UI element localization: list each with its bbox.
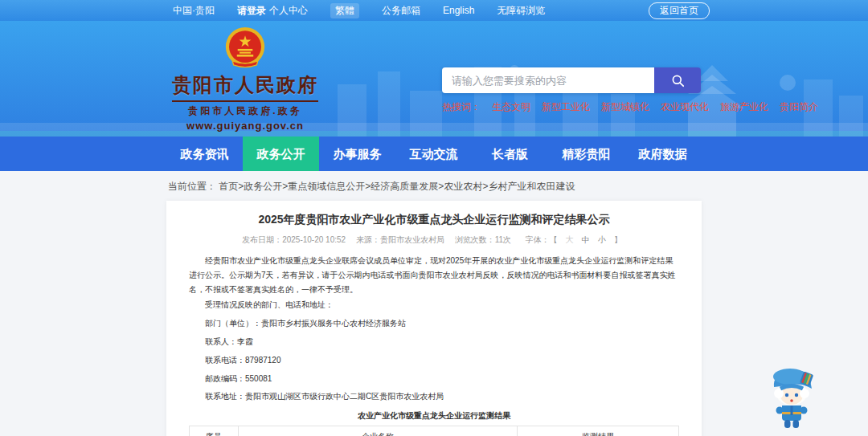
breadcrumb-path[interactable]: 首页>政务公开>重点领域信息公开>经济高质量发展>农业农村>乡村产业和农田建设 bbox=[219, 181, 575, 192]
table-header-row: 序号 企业名称 监测结果 bbox=[190, 426, 679, 436]
site-header: 贵阳市人民政府 贵阳市人民政府.政务 www.guiyang.gov.cn 热搜… bbox=[0, 21, 868, 137]
contact-department: 部门（单位）：贵阳市乡村振兴服务中心农村经济服务站 bbox=[189, 316, 679, 331]
hot-search-label: 热搜词： bbox=[442, 100, 481, 114]
hot-search-row: 热搜词： 生态文明 新型工业化 新型城镇化 农业现代化 旅游产业化 贵阳简介 bbox=[442, 100, 701, 114]
col-header-result: 监测结果 bbox=[518, 426, 679, 436]
traditional-chinese-link[interactable]: 繁體 bbox=[330, 3, 359, 18]
site-subtitle: 贵阳市人民政府.政务 bbox=[170, 104, 320, 118]
search-icon bbox=[670, 73, 686, 88]
article-paragraph: 经贵阳市农业产业化市级重点龙头企业联席会议成员单位审定，现对2025年开展的农业… bbox=[189, 254, 679, 296]
page: { "topbar": { "region_label": "中国·贵阳", "… bbox=[0, 0, 868, 436]
article-meta: 发布日期：2025-10-20 10:52 来源：贵阳市农业农村局 浏览次数：1… bbox=[189, 234, 679, 246]
hot-word-link[interactable]: 新型城镇化 bbox=[601, 100, 649, 114]
font-size-medium-button[interactable]: 中 bbox=[582, 235, 590, 244]
topbar-login-group: 请登录个人中心 bbox=[237, 4, 308, 18]
article-card: 2025年度贵阳市农业产业化市级重点龙头企业运行监测和评定结果公示 发布日期：2… bbox=[166, 201, 702, 436]
font-size-small-button[interactable]: 小 bbox=[598, 235, 606, 244]
city-skyline-decoration bbox=[0, 60, 868, 137]
hot-word-link[interactable]: 旅游产业化 bbox=[720, 100, 768, 114]
nav-tab-gov-data[interactable]: 政府数据 bbox=[624, 137, 701, 171]
nav-tab-news[interactable]: 政务资讯 bbox=[166, 137, 243, 171]
accessibility-link[interactable]: 无障碍浏览 bbox=[497, 4, 545, 18]
search-area: 热搜词： 生态文明 新型工业化 新型城镇化 农业现代化 旅游产业化 贵阳简介 bbox=[442, 67, 701, 114]
hot-word-link[interactable]: 生态文明 bbox=[492, 100, 530, 114]
monitoring-results-table: 序号 企业名称 监测结果 1 贵州合力超市采购有限公司 合格 2 贵州友禾种业有… bbox=[189, 426, 679, 436]
font-size-label: 字体：【 bbox=[526, 235, 558, 244]
col-header-company: 企业名称 bbox=[238, 426, 517, 436]
font-size-large-button[interactable]: 大 bbox=[566, 235, 574, 244]
main-nav: 政务资讯 政务公开 办事服务 互动交流 长者版 精彩贵阳 政府数据 bbox=[0, 137, 868, 171]
nav-tab-interaction[interactable]: 互动交流 bbox=[395, 137, 472, 171]
english-link[interactable]: English bbox=[443, 5, 474, 16]
official-mail-link[interactable]: 公务邮箱 bbox=[382, 4, 420, 18]
view-count: 浏览次数：11次 bbox=[455, 235, 511, 244]
logo-divider bbox=[172, 100, 318, 102]
site-url: www.guiyang.gov.cn bbox=[170, 120, 320, 132]
search-input[interactable] bbox=[442, 67, 654, 93]
table-caption: 农业产业化市级重点龙头企业运行监测结果 bbox=[189, 410, 679, 422]
hot-word-link[interactable]: 新型工业化 bbox=[542, 100, 590, 114]
national-emblem-icon bbox=[224, 26, 266, 71]
return-home-button[interactable]: 返回首页 bbox=[649, 2, 710, 19]
topbar-links: 中国·贵阳 请登录个人中心 繁體 公务邮箱 English 无障碍浏览 bbox=[173, 3, 545, 18]
nav-tab-senior-version[interactable]: 长者版 bbox=[472, 137, 548, 171]
site-logo[interactable]: 贵阳市人民政府 贵阳市人民政府.政务 www.guiyang.gov.cn bbox=[170, 26, 320, 132]
contact-person: 联系人：李霞 bbox=[189, 335, 679, 349]
contact-address: 联系地址：贵阳市观山湖区市级行政中心二期C区贵阳市农业农村局 bbox=[189, 389, 679, 404]
contact-postcode: 邮政编码：550081 bbox=[189, 372, 679, 386]
nav-tab-services[interactable]: 办事服务 bbox=[319, 137, 395, 171]
topbar: 中国·贵阳 请登录个人中心 繁體 公务邮箱 English 无障碍浏览 返回首页 bbox=[0, 0, 868, 21]
nav-tab-highlights[interactable]: 精彩贵阳 bbox=[548, 137, 624, 171]
article-paragraph: 受理情况反映的部门、电话和地址： bbox=[189, 298, 679, 312]
publish-date: 发布日期：2025-10-20 10:52 bbox=[242, 235, 346, 244]
personal-center-link[interactable]: 个人中心 bbox=[269, 5, 308, 16]
breadcrumb: 当前位置： 首页>政务公开>重点领域信息公开>经济高质量发展>农业农村>乡村产业… bbox=[0, 171, 868, 201]
breadcrumb-label: 当前位置： bbox=[168, 181, 216, 192]
article-title: 2025年度贵阳市农业产业化市级重点龙头企业运行监测和评定结果公示 bbox=[189, 213, 679, 227]
mascot-figure[interactable] bbox=[765, 364, 818, 431]
font-size-control: 字体：【大中小】 bbox=[522, 235, 626, 244]
topbar-region-link[interactable]: 中国·贵阳 bbox=[173, 4, 215, 18]
nav-tab-gov-disclosure[interactable]: 政务公开 bbox=[243, 137, 319, 171]
font-size-label-end: 】 bbox=[614, 235, 622, 244]
article-source: 来源：贵阳市农业农村局 bbox=[356, 235, 444, 244]
hot-word-link[interactable]: 农业现代化 bbox=[661, 100, 709, 114]
hot-word-link[interactable]: 贵阳简介 bbox=[780, 100, 818, 114]
site-name: 贵阳市人民政府 bbox=[170, 72, 320, 98]
login-link[interactable]: 请登录 bbox=[237, 5, 266, 16]
col-header-index: 序号 bbox=[190, 426, 239, 436]
contact-phone: 联系电话：87987120 bbox=[189, 353, 679, 368]
search-button[interactable] bbox=[654, 67, 701, 93]
